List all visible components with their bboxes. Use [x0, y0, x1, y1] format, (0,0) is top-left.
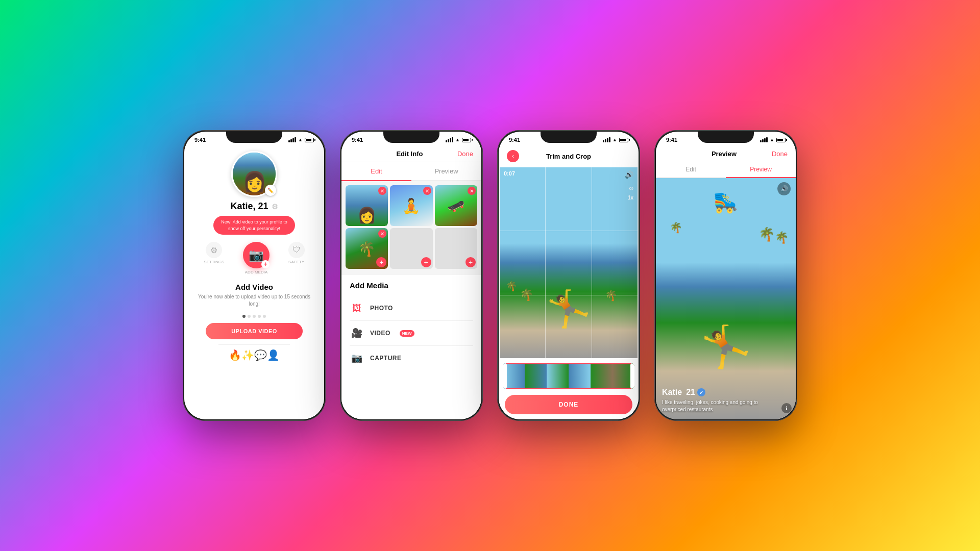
add-video-title: Add Video [194, 283, 314, 291]
edit-info-done[interactable]: Done [457, 150, 473, 158]
add-media-icon-item[interactable]: 📷 + ADD MEDIA [243, 242, 270, 274]
phone2-screen: Edit Info Done Edit Preview 👩 ✕ [341, 146, 481, 419]
preview-video-bg: 🌴 🌴 🌴 🛼 🤸 [656, 178, 796, 419]
trim-crop-header: ‹ Trim and Crop [499, 146, 639, 166]
profile-avatar-wrap: 👩 ✏️ [231, 151, 277, 197]
nav-sparkles-icon[interactable]: ✨ [241, 349, 254, 361]
photo-cell-add-2[interactable]: + [435, 228, 477, 269]
preview-video-area: 🌴 🌴 🌴 🛼 🤸 🔊 Katie 21 [656, 178, 796, 419]
signal-bars-4 [760, 137, 768, 142]
phone4-screen: Preview Done Edit Preview 🌴 [656, 146, 796, 419]
photo-cell-4[interactable]: 🌴 ✕ + [346, 228, 388, 269]
trim-back-button[interactable]: ‹ [507, 150, 519, 162]
avatar-edit-button[interactable]: ✏️ [265, 185, 276, 196]
tab-edit[interactable]: Edit [341, 162, 411, 181]
preview-tab-preview[interactable]: Preview [726, 162, 796, 178]
preview-user-bio: I like traveling, jokes, cooking and goi… [662, 399, 775, 413]
video-volume-icon[interactable]: 🔊 [625, 170, 633, 179]
status-icons-1: ▲ [288, 137, 314, 142]
photo-cell-add-1[interactable]: + [390, 228, 432, 269]
video-option-label: VIDEO [370, 330, 390, 337]
new-badge: NEW [400, 330, 414, 337]
media-option-capture[interactable]: 📷 CAPTURE [350, 346, 473, 370]
trim-video-bg: 🌴 🌴 🌴 🤸 [499, 166, 639, 359]
settings-gear-inline: ⚙ [272, 203, 278, 211]
preview-tabs: Edit Preview [656, 162, 796, 178]
status-time-1: 9:41 [194, 137, 206, 143]
timeline-handle-right[interactable] [630, 363, 634, 389]
status-icons-4: ▲ [760, 137, 786, 142]
preview-done[interactable]: Done [772, 150, 788, 158]
nav-message-icon[interactable]: 💬 [254, 349, 267, 361]
media-option-photo[interactable]: 🖼 PHOTO [350, 296, 473, 321]
battery-icon-3 [619, 138, 628, 142]
profile-icons-row: ⚙ SETTINGS 📷 + ADD MEDIA 🛡 SAFETY [184, 235, 324, 277]
add-media-title: Add Media [350, 281, 473, 290]
plus-badge: + [261, 260, 270, 268]
photo-cell-2[interactable]: 🧘 ✕ [390, 185, 432, 226]
bottom-nav-1: 🔥 ✨ 💬 👤 [218, 344, 290, 367]
battery-icon-2 [462, 138, 471, 142]
info-button[interactable]: ℹ [781, 403, 792, 413]
dot-5 [263, 315, 266, 318]
wifi-icon-4: ▲ [770, 137, 774, 142]
photo-grid: 👩 ✕ 🧘 ✕ 🛹 [341, 181, 481, 273]
upload-video-button[interactable]: UPLOAD VIDEO [206, 323, 303, 339]
preview-header: Preview Done [656, 146, 796, 162]
notch-1 [226, 132, 282, 143]
edit-info-title: Edit Info [396, 150, 423, 158]
safety-icon-item[interactable]: 🛡 SAFETY [288, 242, 305, 274]
phone-2: 9:41 ▲ Edit Info Done [340, 130, 483, 421]
photo-option-label: PHOTO [370, 305, 393, 312]
status-time-3: 9:41 [509, 137, 520, 143]
photo-cell-3[interactable]: 🛹 ✕ [435, 185, 477, 226]
status-time-2: 9:41 [352, 137, 363, 143]
media-option-video[interactable]: 🎥 VIDEO NEW [350, 321, 473, 346]
edit-info-header: Edit Info Done [341, 146, 481, 162]
photo-cell-1[interactable]: 👩 ✕ [346, 185, 388, 226]
battery-icon-4 [776, 138, 786, 142]
notch-3 [541, 132, 597, 143]
tab-preview[interactable]: Preview [411, 162, 481, 180]
phone3-screen: ‹ Trim and Crop 🌴 🌴 🌴 🤸 [499, 146, 639, 419]
photo-delete-2[interactable]: ✕ [423, 187, 431, 195]
safety-icon: 🛡 [288, 242, 305, 258]
dot-1 [242, 315, 246, 318]
preview-volume-button[interactable]: 🔊 [777, 182, 791, 195]
dot-3 [253, 315, 256, 318]
preview-tab-edit[interactable]: Edit [656, 162, 726, 177]
video-timestamp: 0:07 [504, 170, 515, 177]
nav-profile-icon[interactable]: 👤 [267, 349, 280, 361]
photo-add-slot-2[interactable]: + [465, 257, 476, 267]
battery-icon-1 [305, 138, 314, 142]
phone1-screen: 👩 ✏️ Katie, 21 ⚙ New! Add video to your … [184, 146, 324, 419]
photo-delete-3[interactable]: ✕ [468, 187, 476, 195]
add-media-button[interactable]: 📷 + [243, 242, 270, 268]
photo-option-icon: 🖼 [350, 301, 364, 315]
wifi-icon-1: ▲ [298, 137, 303, 142]
edit-info-tabs: Edit Preview [341, 162, 481, 181]
page-dots [242, 315, 266, 318]
profile-name: Katie, 21 ⚙ [230, 201, 278, 212]
add-video-desc: You're now able to upload video up to 15… [194, 293, 314, 308]
nav-like-icon[interactable]: 🔥 [229, 349, 241, 361]
trim-crop-title: Trim and Crop [546, 153, 591, 160]
video-loop-icon[interactable]: ∞ [629, 185, 633, 192]
preview-title: Preview [712, 150, 737, 158]
signal-bars-2 [446, 137, 453, 142]
timeline-handle-left[interactable] [503, 363, 507, 389]
settings-icon-item[interactable]: ⚙ SETTINGS [204, 242, 224, 274]
wifi-icon-2: ▲ [455, 137, 460, 142]
video-timeline[interactable] [503, 363, 634, 389]
preview-user-name: Katie 21 ✓ [662, 388, 775, 397]
phone-4: 9:41 ▲ Preview Done [654, 130, 797, 421]
trim-video-preview: 🌴 🌴 🌴 🤸 [499, 166, 639, 359]
wifi-icon-3: ▲ [612, 137, 617, 142]
add-video-banner: New! Add video to your profile to show o… [213, 216, 295, 235]
trim-done-button[interactable]: DONE [505, 395, 632, 414]
preview-user-info: Katie 21 ✓ I like traveling, jokes, cook… [662, 388, 775, 413]
video-speed-label[interactable]: 1x [628, 195, 633, 201]
phones-container: 9:41 ▲ [0, 0, 980, 551]
add-video-section: Add Video You're now able to upload vide… [184, 277, 324, 312]
photo-add-slot-1[interactable]: + [421, 257, 431, 267]
